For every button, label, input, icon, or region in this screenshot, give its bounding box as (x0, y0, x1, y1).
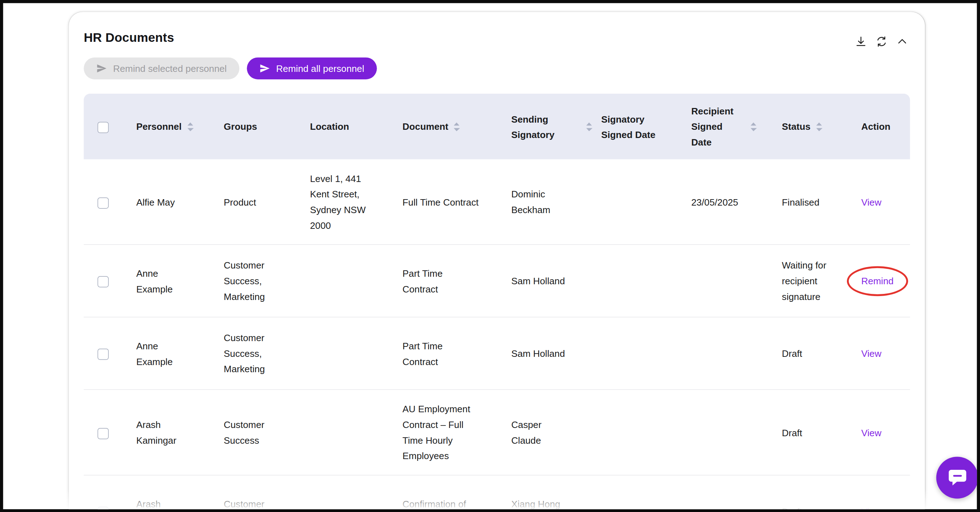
cell-action: View (861, 345, 909, 361)
column-label: Sending Signatory (511, 111, 581, 142)
column-header-action: Action (861, 119, 909, 134)
row-checkbox[interactable] (98, 197, 109, 208)
row-checkbox[interactable] (98, 348, 109, 360)
select-all-cell (84, 119, 136, 134)
view-link[interactable]: View (861, 197, 881, 207)
cell-personnel: Arash Kamingar (136, 496, 224, 512)
chat-launcher-button[interactable] (936, 456, 978, 498)
cell-status: Draft (782, 345, 861, 361)
action-wrap: View (861, 503, 881, 512)
page-title: HR Documents (84, 31, 910, 45)
cell-personnel: Anne Example (136, 265, 224, 296)
view-link[interactable]: View (861, 348, 881, 359)
hr-documents-table: PersonnelGroupsLocationDocumentSending S… (84, 94, 910, 512)
card-header-actions (854, 35, 908, 48)
cell-document: AU Employment Contract – Full Time Hourl… (402, 401, 511, 464)
cell-groups: Customer Success, Marketing (224, 258, 310, 304)
table-row: Arash KamingarCustomer SuccessConfirmati… (84, 475, 910, 512)
cell-status: Waiting for recipient signature (782, 258, 861, 304)
row-checkbox[interactable] (98, 428, 109, 439)
cell-status: Finalised (782, 194, 861, 210)
remind-selected-label: Remind selected personnel (113, 63, 227, 74)
toolbar: Remind selected personnel Remind all per… (84, 57, 910, 80)
column-label: Groups (224, 119, 257, 134)
cell-groups: Customer Success (224, 496, 310, 512)
column-header-status[interactable]: Status (782, 119, 861, 134)
hr-documents-card: HR Documents (69, 12, 925, 512)
column-header-signatory-signed-date: Signatory Signed Date (601, 111, 691, 142)
cell-document: Full Time Contract (402, 194, 511, 210)
row-checkbox-cell (84, 425, 136, 440)
cell-groups: Product (224, 194, 310, 210)
page: HR Documents (0, 0, 980, 512)
row-checkbox-cell (84, 345, 136, 361)
remind-all-button[interactable]: Remind all personnel (247, 57, 377, 80)
column-header-sending-signatory[interactable]: Sending Signatory (511, 111, 601, 142)
cell-status: Draft (782, 503, 861, 512)
refresh-icon[interactable] (875, 35, 888, 48)
sort-icon[interactable] (187, 122, 194, 132)
chevron-up-icon[interactable] (896, 35, 908, 48)
remind-selected-button[interactable]: Remind selected personnel (84, 57, 239, 80)
download-icon[interactable] (854, 35, 867, 48)
select-all-checkbox[interactable] (98, 122, 109, 133)
paper-plane-icon (259, 63, 270, 74)
cell-personnel: Alfie May (136, 194, 224, 210)
cell-status: Draft (782, 425, 861, 440)
column-label: Status (782, 119, 810, 134)
cell-sending-signatory: Sam Holland (511, 345, 601, 361)
cell-document: Part Time Contract (402, 337, 511, 369)
column-label: Signatory Signed Date (601, 111, 659, 142)
column-header-document[interactable]: Document (402, 119, 511, 134)
cell-personnel: Anne Example (136, 337, 224, 369)
cell-sending-signatory: Casper Claude (511, 417, 601, 448)
cell-action: View (861, 503, 909, 512)
sort-icon[interactable] (453, 122, 460, 132)
table-row: Anne ExampleCustomer Success, MarketingP… (84, 318, 910, 390)
remind-link[interactable]: Remind (861, 276, 893, 286)
cell-document: Part Time Contract (402, 265, 511, 296)
column-label: Document (402, 119, 448, 134)
column-label: Personnel (136, 119, 182, 134)
row-checkbox[interactable] (98, 276, 109, 287)
paper-plane-icon (96, 63, 107, 74)
table-row: Arash KamingarCustomer SuccessAU Employm… (84, 390, 910, 475)
table-body: Alfie MayProductLevel 1, 441 Kent Street… (84, 159, 910, 512)
action-wrap: View (861, 345, 881, 361)
cell-groups: Customer Success, Marketing (224, 330, 310, 377)
cell-document: Confirmation of Salary Raise (402, 496, 511, 512)
cell-action: View (861, 425, 909, 440)
column-header-location: Location (310, 119, 403, 134)
cell-groups: Customer Success (224, 417, 310, 448)
sort-icon[interactable] (750, 122, 757, 132)
column-label: Location (310, 119, 349, 134)
cell-recipient-signed-date: 23/05/2025 (691, 194, 782, 210)
remind-all-label: Remind all personnel (276, 63, 364, 74)
row-checkbox-cell (84, 194, 136, 210)
chat-bubble-icon (947, 468, 967, 487)
row-checkbox[interactable] (98, 507, 109, 512)
row-checkbox-cell (84, 273, 136, 289)
sort-icon[interactable] (816, 122, 822, 132)
view-link[interactable]: View (861, 427, 881, 437)
column-header-recipient-signed-date[interactable]: Recipient Signed Date (691, 103, 782, 150)
table-row: Anne ExampleCustomer Success, MarketingP… (84, 245, 910, 318)
action-wrap: Remind (861, 273, 893, 289)
table-row: Alfie MayProductLevel 1, 441 Kent Street… (84, 159, 910, 245)
cell-sending-signatory: Xiang Hong Ong (511, 496, 601, 512)
cell-action: View (861, 194, 909, 210)
cell-location: Level 1, 441 Kent Street, Sydney NSW 200… (310, 170, 403, 233)
cell-personnel: Arash Kamingar (136, 417, 224, 448)
table-header-row: PersonnelGroupsLocationDocumentSending S… (84, 94, 910, 159)
view-link[interactable]: View (861, 506, 881, 512)
column-header-personnel[interactable]: Personnel (136, 119, 224, 134)
column-header-groups: Groups (224, 119, 310, 134)
column-label: Recipient Signed Date (691, 103, 745, 150)
cell-sending-signatory: Sam Holland (511, 273, 601, 289)
action-wrap: View (861, 425, 881, 440)
column-label: Action (861, 119, 891, 134)
sort-icon[interactable] (585, 122, 592, 132)
cell-sending-signatory: Dominic Beckham (511, 186, 601, 217)
action-wrap: View (861, 194, 881, 210)
row-checkbox-cell (84, 503, 136, 512)
